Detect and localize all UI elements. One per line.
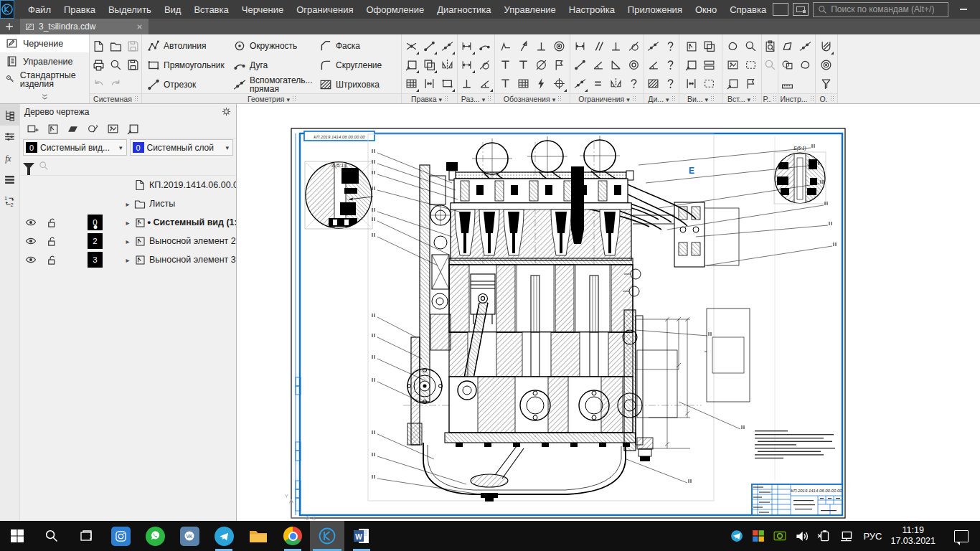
- tree-insert-image-icon[interactable]: [103, 121, 122, 137]
- section-line-icon[interactable]: [532, 55, 550, 74]
- undo-icon[interactable]: [90, 74, 107, 93]
- new-tab-button[interactable]: [0, 19, 19, 34]
- command-search-input[interactable]: Поиск по командам (Alt+/): [813, 2, 948, 17]
- group-grip[interactable]: [487, 95, 491, 102]
- open-document-icon[interactable]: [107, 37, 124, 55]
- tray-antivirus-icon[interactable]: [752, 529, 765, 542]
- insert-image-icon[interactable]: [724, 55, 741, 74]
- tree-new-view-icon[interactable]: [43, 121, 62, 137]
- taskbar-search-button[interactable]: [34, 521, 69, 551]
- constraint-tangent-icon[interactable]: [625, 37, 642, 55]
- menu-diagnostics[interactable]: Диагностика: [430, 1, 497, 18]
- tree-new-window-icon[interactable]: [23, 121, 42, 137]
- group-grip[interactable]: [557, 95, 561, 102]
- close-tab-icon[interactable]: [136, 23, 143, 31]
- print-preview-icon[interactable]: [107, 55, 124, 74]
- taskbar-kompas[interactable]: [310, 521, 344, 551]
- menu-help[interactable]: Справка: [723, 1, 773, 18]
- menu-select[interactable]: Выделить: [102, 1, 158, 18]
- group-caret-icon[interactable]: [705, 95, 709, 103]
- menu-layout[interactable]: Оформление: [360, 1, 431, 18]
- group-grip[interactable]: [444, 95, 448, 102]
- constraint-fix-dim-icon[interactable]: [571, 37, 588, 55]
- tree-item-system-view[interactable]: 0 ▸ ● Системный вид (1:1): [20, 213, 236, 232]
- menu-applications[interactable]: Приложения: [621, 1, 689, 18]
- format-hatch-icon[interactable]: [817, 37, 834, 55]
- gear-icon[interactable]: [221, 106, 232, 117]
- menu-settings[interactable]: Настройка: [562, 1, 621, 18]
- view-gap-icon[interactable]: [701, 74, 718, 93]
- edit-break-icon[interactable]: [438, 37, 456, 55]
- taskbar-explorer[interactable]: [241, 521, 275, 551]
- mode-standard-parts[interactable]: Стандартные изделия: [0, 70, 89, 88]
- edit-move-icon[interactable]: [402, 55, 420, 74]
- insert-fragment-icon[interactable]: [724, 74, 741, 93]
- language-indicator[interactable]: РУС: [863, 531, 882, 542]
- group-grip[interactable]: [830, 95, 834, 102]
- view-strip-icon[interactable]: [701, 55, 718, 74]
- insert-frame-icon[interactable]: [742, 55, 759, 74]
- tab-active-document[interactable]: 3_tsilindra.cdw: [20, 19, 149, 34]
- constraint-perpendicular-icon[interactable]: [607, 37, 624, 55]
- format-rings-icon[interactable]: [817, 55, 834, 74]
- start-button[interactable]: [0, 521, 34, 551]
- panel-functions-icon[interactable]: [0, 147, 19, 169]
- lock-open-icon[interactable]: [42, 255, 60, 265]
- group-caret-icon[interactable]: [626, 95, 630, 103]
- collapse-modes-button[interactable]: [0, 90, 89, 103]
- group-caret-icon[interactable]: [748, 95, 751, 103]
- group-grip[interactable]: [753, 95, 756, 102]
- group-grip[interactable]: [710, 95, 714, 102]
- check-preview-icon[interactable]: [762, 55, 778, 74]
- menu-management[interactable]: Управление: [498, 1, 562, 18]
- taskbar-clock[interactable]: 11:19 17.03.2021: [890, 525, 936, 547]
- tool-rectangle[interactable]: Прямоугольник: [142, 55, 228, 75]
- view-marker-icon[interactable]: [550, 37, 567, 55]
- mode-management[interactable]: Управление: [0, 52, 89, 70]
- center-marker-icon[interactable]: [550, 74, 567, 93]
- taskbar-instagram[interactable]: [103, 521, 138, 551]
- group-caret-icon[interactable]: [438, 95, 442, 103]
- constraint-parallel-icon[interactable]: [589, 37, 606, 55]
- tree-item-detail-2[interactable]: 2 ▸ Выносной элемент 2 (5:1): [20, 232, 236, 250]
- dim-arc-icon[interactable]: [476, 37, 494, 55]
- mode-drawing[interactable]: Черчение: [0, 34, 89, 52]
- constraint-help-icon[interactable]: [625, 74, 642, 93]
- group-grip[interactable]: [134, 95, 138, 102]
- measure-node-icon[interactable]: [661, 55, 679, 74]
- minimize-button[interactable]: [953, 1, 974, 17]
- tree-item-sheets[interactable]: ▸ Листы: [20, 194, 236, 213]
- edit-scale-icon[interactable]: [420, 74, 438, 93]
- tool-contour-icon[interactable]: [779, 37, 796, 55]
- expand-arrow-icon[interactable]: ▸: [123, 256, 133, 264]
- tree-item-document[interactable]: КП.2019.1414.06.00.00.00: [20, 176, 236, 194]
- constraint-fix-point-icon[interactable]: [607, 55, 624, 74]
- tool-auxiliary-line[interactable]: Вспомогатель...прямая: [228, 75, 314, 94]
- drawing-canvas[interactable]: КП.2019.1414.06.00.00.00 X Y: [237, 104, 980, 521]
- group-grip[interactable]: [292, 95, 296, 102]
- battery-icon[interactable]: [817, 529, 831, 542]
- panel-tree-icon[interactable]: [0, 104, 19, 126]
- tool-autoline[interactable]: Автолиния: [142, 36, 228, 55]
- text-down-icon[interactable]: [514, 55, 532, 74]
- view-layout-icon[interactable]: [701, 37, 718, 55]
- volume-icon[interactable]: [795, 529, 809, 543]
- group-grip[interactable]: [773, 95, 776, 102]
- constraint-concentric-icon[interactable]: [625, 55, 642, 74]
- text-along-icon[interactable]: [496, 55, 514, 74]
- tool-circle[interactable]: Окружность: [228, 36, 314, 55]
- lock-open-icon[interactable]: [42, 236, 60, 247]
- new-document-icon[interactable]: [90, 37, 107, 55]
- constraint-symmetric-icon[interactable]: [607, 74, 624, 93]
- constraint-equal-icon[interactable]: [589, 74, 606, 93]
- current-layer-combo[interactable]: 0 Системный слой ▾: [130, 139, 234, 156]
- tool-hatch[interactable]: Штриховка: [314, 75, 400, 94]
- task-view-button[interactable]: [69, 521, 103, 551]
- insert-preview-icon[interactable]: [742, 37, 759, 55]
- tool-chamfer[interactable]: Фаска: [314, 36, 400, 55]
- format-funnel-icon[interactable]: [817, 74, 834, 93]
- tool-fillet[interactable]: Скругление: [314, 55, 400, 75]
- menu-view[interactable]: Вид: [158, 1, 188, 18]
- measure-coord-icon[interactable]: [661, 74, 679, 93]
- network-icon[interactable]: [840, 529, 854, 542]
